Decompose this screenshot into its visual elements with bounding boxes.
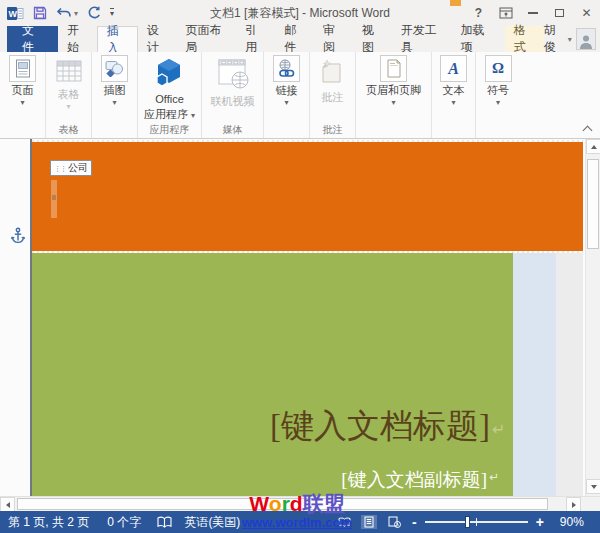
- word-window: W ▾ ▾ 文档1 [兼容模式] - Microsoft Word ? ✕ 文件…: [0, 0, 600, 533]
- minimize-icon: [528, 12, 538, 14]
- omega-icon: Ω: [492, 60, 504, 77]
- quick-access-toolbar: W ▾ ▾: [0, 6, 114, 21]
- qat-customize-icon[interactable]: ▾: [110, 8, 114, 18]
- group-links: 链接▾: [264, 52, 310, 138]
- zoom-slider-thumb[interactable]: [465, 516, 470, 528]
- document-canvas[interactable]: ⋮⋮ 公司 [键入文档标题] ↵ [键入文档副标题] ↵: [0, 139, 600, 496]
- group-comments: 批注 批注: [310, 52, 356, 138]
- shapes-icon: [105, 60, 124, 78]
- document-subtitle-placeholder[interactable]: [键入文档副标题]: [32, 467, 487, 493]
- horizontal-scrollbar[interactable]: [0, 496, 600, 511]
- print-layout-button[interactable]: [361, 515, 377, 529]
- text-a-icon: A: [448, 60, 459, 78]
- scroll-down-icon: [591, 485, 597, 489]
- tab-design[interactable]: 设计: [138, 26, 177, 52]
- symbols-button[interactable]: Ω 符号▾: [485, 52, 512, 107]
- web-layout-button[interactable]: [386, 515, 402, 529]
- new-comment-button[interactable]: 批注: [319, 52, 347, 104]
- tab-format-contextual[interactable]: 格式: [505, 26, 544, 52]
- avatar[interactable]: [576, 28, 596, 50]
- redo-button[interactable]: [87, 6, 101, 20]
- scroll-left-icon: [6, 502, 10, 508]
- account-area[interactable]: 胡俊 ▾: [544, 26, 600, 52]
- language-indicator[interactable]: 英语(美国): [184, 514, 240, 531]
- document-title-placeholder[interactable]: [键入文档标题]: [32, 406, 490, 446]
- zoom-slider[interactable]: [425, 521, 528, 523]
- cover-green-panel[interactable]: [32, 253, 513, 496]
- tab-review[interactable]: 审阅: [314, 26, 353, 52]
- office-apps-button[interactable]: Office 应用程序 ▾: [144, 52, 195, 121]
- content-control-handle-icon[interactable]: ⋮⋮: [54, 165, 66, 172]
- vertical-scrollbar[interactable]: [585, 139, 600, 496]
- tab-references[interactable]: 引用: [236, 26, 275, 52]
- page-indicator[interactable]: 第 1 页, 共 2 页: [8, 514, 89, 531]
- tab-home[interactable]: 开始: [58, 26, 97, 52]
- table-icon: [56, 59, 82, 83]
- zoom-in-button[interactable]: +: [534, 514, 546, 530]
- scroll-up-button[interactable]: [586, 139, 600, 154]
- account-caret-icon: ▾: [568, 35, 572, 44]
- scroll-right-button[interactable]: [566, 497, 581, 512]
- header-footer-button[interactable]: 页眉和页脚▾: [366, 52, 421, 107]
- group-tables: 表格▾ 表格: [46, 52, 92, 138]
- undo-caret-icon[interactable]: ▾: [74, 9, 78, 18]
- proofing-status-button[interactable]: [157, 516, 172, 529]
- header-footer-page-icon: [386, 59, 402, 78]
- shape-dotted-border-top: [32, 140, 583, 142]
- group-label-comments: 批注: [310, 123, 355, 138]
- film-globe-icon: [216, 58, 250, 90]
- text-button[interactable]: A 文本▾: [440, 52, 467, 107]
- anchor-icon[interactable]: [11, 227, 25, 245]
- canvas-margin-strip: [556, 253, 583, 496]
- group-symbols: Ω 符号▾: [476, 52, 520, 138]
- tab-insert[interactable]: 插入: [97, 26, 138, 52]
- contextual-tab-indicator: [450, 0, 461, 6]
- tab-page-layout[interactable]: 页面布局: [177, 26, 237, 52]
- comment-icon: [319, 58, 347, 86]
- redo-icon: [87, 6, 101, 20]
- zoom-out-button[interactable]: -: [410, 514, 419, 530]
- scroll-right-icon: [572, 502, 576, 508]
- group-pages: 页面▾: [0, 52, 46, 138]
- tab-file[interactable]: 文件: [7, 26, 58, 52]
- close-button[interactable]: ✕: [573, 0, 600, 26]
- scroll-down-button[interactable]: [586, 479, 600, 494]
- illustrations-button[interactable]: 插图▾: [101, 52, 128, 107]
- links-button[interactable]: 链接▾: [273, 52, 300, 107]
- office-apps-cube-icon: [153, 57, 185, 89]
- group-illustrations: 插图▾: [92, 52, 138, 138]
- company-tag-label: 公司: [68, 161, 88, 175]
- svg-text:W: W: [9, 9, 18, 19]
- link-globe-icon: [277, 59, 296, 78]
- scroll-left-button[interactable]: [0, 497, 15, 512]
- vertical-scroll-thumb[interactable]: [587, 159, 599, 249]
- word-app-icon: W: [7, 6, 24, 21]
- group-label-tables: 表格: [46, 123, 91, 138]
- ribbon: 页面▾ 表格▾ 表格 插图▾ Office 应用程序 ▾ 应用程序: [0, 52, 600, 139]
- view-shortcuts: [336, 515, 402, 529]
- cover-orange-band[interactable]: [32, 142, 583, 251]
- word-count[interactable]: 0 个字: [107, 514, 141, 531]
- page-background-strip: [513, 253, 556, 496]
- paragraph-mark: ↵: [492, 420, 505, 439]
- online-video-button[interactable]: 联机视频: [211, 52, 255, 108]
- tab-developer[interactable]: 开发工具: [392, 26, 452, 52]
- company-content-control-tag[interactable]: ⋮⋮ 公司: [50, 160, 92, 176]
- save-icon: [33, 6, 47, 20]
- maximize-icon: [555, 9, 564, 17]
- pages-button[interactable]: 页面▾: [9, 52, 36, 107]
- tab-mailings[interactable]: 邮件: [275, 26, 314, 52]
- read-mode-button[interactable]: [336, 515, 352, 529]
- page-icon: [14, 59, 32, 78]
- proofing-book-icon: [157, 516, 172, 529]
- paragraph-mark: ↵: [489, 470, 499, 484]
- tab-addins[interactable]: 加载项: [452, 26, 501, 52]
- undo-button[interactable]: ▾: [56, 7, 78, 20]
- table-button[interactable]: 表格▾: [56, 52, 82, 111]
- undo-icon: [56, 7, 72, 20]
- save-button[interactable]: [33, 6, 47, 20]
- tab-view[interactable]: 视图: [353, 26, 392, 52]
- horizontal-scroll-thumb[interactable]: [17, 498, 548, 510]
- zoom-level[interactable]: 90%: [560, 515, 594, 529]
- collapse-ribbon-icon[interactable]: [584, 124, 592, 132]
